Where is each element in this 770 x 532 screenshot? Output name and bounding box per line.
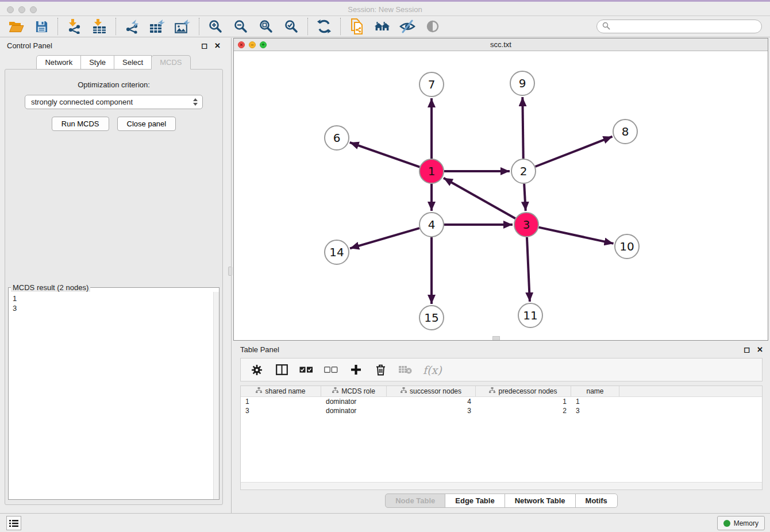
delete-column-icon[interactable] (374, 363, 387, 377)
cell-shared-name[interactable]: 1 (241, 398, 321, 406)
show-columns-icon[interactable] (275, 363, 288, 377)
network-maximize-icon[interactable]: + (260, 41, 267, 48)
edge-2-9[interactable] (522, 97, 523, 159)
zoom-fit-icon[interactable] (258, 18, 274, 34)
mcds-panel: Optimization criterion: strongly connect… (5, 69, 223, 505)
edge-3-11[interactable] (527, 237, 530, 302)
network-window-titlebar[interactable]: × − + scc.txt (234, 38, 768, 51)
main-toolbar (0, 16, 770, 37)
import-network-icon[interactable] (66, 18, 82, 34)
column-label: shared name (265, 387, 305, 395)
node-label-3: 3 (523, 218, 530, 232)
save-session-icon[interactable] (33, 18, 49, 34)
node-11[interactable]: 11 (518, 303, 542, 327)
edge-2-3[interactable] (524, 184, 526, 211)
tab-node-table[interactable]: Node Table (385, 494, 445, 508)
node-7[interactable]: 7 (419, 72, 444, 97)
edge-1-6[interactable] (350, 142, 420, 167)
tab-motifs[interactable]: Motifs (575, 494, 618, 508)
column-header-MCDS-role[interactable]: MCDS role (321, 386, 387, 396)
birdseye-handle-icon[interactable] (492, 336, 500, 340)
show-all-icon[interactable] (425, 18, 441, 34)
apply-layout-icon[interactable] (316, 18, 332, 34)
node-9[interactable]: 9 (510, 71, 534, 95)
node-label-8: 8 (622, 125, 629, 138)
cell-predecessor-nodes[interactable]: 1 (476, 398, 571, 406)
search-input[interactable] (614, 22, 756, 31)
splitter-grip[interactable] (228, 267, 232, 276)
table-row[interactable]: 1dominator411 (241, 397, 762, 406)
node-6[interactable]: 6 (325, 126, 349, 150)
node-2[interactable]: 2 (511, 159, 536, 183)
new-network-from-selection-icon[interactable] (349, 18, 365, 34)
float-table-panel-icon[interactable]: ◻ (744, 345, 750, 354)
column-header-name[interactable]: name (571, 386, 619, 396)
run-mcds-button[interactable]: Run MCDS (52, 117, 109, 131)
open-session-icon[interactable] (8, 18, 24, 34)
node-label-2: 2 (520, 164, 528, 178)
export-network-icon[interactable] (124, 18, 140, 34)
node-8[interactable]: 8 (613, 119, 637, 144)
optimization-criterion-select[interactable]: strongly connected component (25, 95, 203, 109)
panel-splitter[interactable] (228, 38, 233, 513)
table-settings-icon[interactable] (250, 363, 264, 377)
column-header-predecessor-nodes[interactable]: predecessor nodes (476, 386, 571, 396)
tab-network[interactable]: Network (36, 55, 81, 70)
cell-name[interactable]: 1 (571, 398, 619, 406)
tab-style[interactable]: Style (80, 55, 114, 70)
hide-selected-icon[interactable] (399, 18, 415, 34)
node-3[interactable]: 3 (514, 213, 538, 237)
window-titlebar: Session: New Session (0, 0, 770, 16)
node-4[interactable]: 4 (419, 213, 444, 237)
task-history-button[interactable] (6, 516, 21, 530)
search-field[interactable] (596, 20, 762, 33)
tab-select[interactable]: Select (114, 55, 152, 70)
export-table-icon[interactable] (149, 18, 165, 34)
network-minimize-icon[interactable]: − (249, 41, 256, 48)
edge-3-1[interactable] (444, 178, 515, 218)
tab-network-table[interactable]: Network Table (505, 494, 576, 508)
network-canvas[interactable]: 7968124314101511 (234, 51, 768, 340)
mcds-result-scrollbar[interactable] (213, 292, 219, 499)
tab-mcds[interactable]: MCDS (151, 55, 190, 70)
cell-shared-name[interactable]: 3 (241, 407, 321, 415)
unselect-all-columns-icon[interactable] (324, 363, 338, 377)
edge-2-8[interactable] (535, 137, 612, 167)
node-14[interactable]: 14 (325, 240, 349, 264)
table-tabs: Node TableEdge TableNetwork TableMotifs (233, 494, 770, 508)
edge-4-14[interactable] (350, 228, 419, 248)
create-column-icon[interactable] (349, 363, 363, 377)
cell-predecessor-nodes[interactable]: 2 (476, 407, 571, 415)
cell-successor-nodes[interactable]: 3 (387, 407, 476, 415)
node-10[interactable]: 10 (615, 234, 639, 259)
zoom-in-icon[interactable] (207, 18, 224, 34)
column-label: predecessor nodes (498, 387, 557, 395)
close-panel-icon[interactable]: ✕ (214, 41, 221, 50)
float-panel-icon[interactable]: ◻ (201, 41, 207, 50)
cell-successor-nodes[interactable]: 4 (387, 398, 476, 406)
close-table-panel-icon[interactable]: ✕ (757, 345, 763, 354)
node-1[interactable]: 1 (419, 159, 444, 183)
tab-edge-table[interactable]: Edge Table (445, 494, 505, 508)
select-all-columns-icon[interactable] (299, 363, 313, 377)
zoom-selected-icon[interactable] (283, 18, 299, 34)
memory-button[interactable]: Memory (717, 516, 765, 530)
table-row[interactable]: 3dominator323 (241, 406, 762, 415)
task-list-icon (9, 519, 18, 527)
network-graph[interactable]: 7968124314101511 (234, 51, 768, 340)
cell-MCDS-role[interactable]: dominator (321, 398, 387, 406)
edge-3-10[interactable] (538, 228, 613, 244)
import-table-icon[interactable] (91, 18, 107, 34)
export-image-icon[interactable] (175, 18, 191, 34)
cell-MCDS-role[interactable]: dominator (321, 407, 387, 415)
column-header-shared-name[interactable]: shared name (241, 386, 321, 396)
column-header-successor-nodes[interactable]: successor nodes (387, 386, 476, 396)
first-neighbors-icon[interactable] (374, 18, 390, 34)
node-15[interactable]: 15 (419, 306, 444, 330)
cell-name[interactable]: 3 (571, 407, 619, 415)
node-table[interactable]: shared nameMCDS rolesuccessor nodesprede… (240, 385, 763, 490)
close-panel-button[interactable]: Close panel (117, 117, 176, 131)
zoom-out-icon[interactable] (233, 18, 249, 34)
network-close-icon[interactable]: × (238, 41, 245, 48)
table-hscrollbar[interactable] (241, 482, 762, 489)
